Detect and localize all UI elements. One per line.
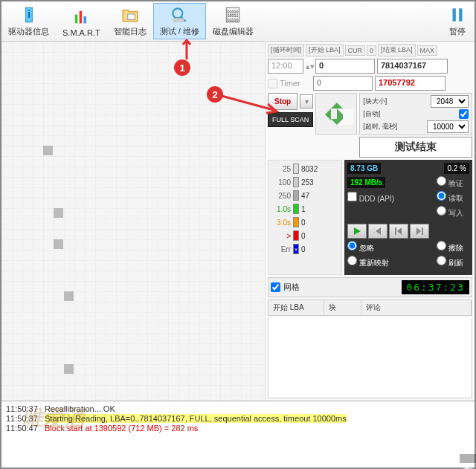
binary-icon: 010101001101010 [222, 5, 243, 25]
play-button[interactable] [347, 224, 367, 239]
tb-label: 智能日志 [114, 26, 147, 37]
tb-label: 暂停 [449, 26, 466, 37]
legend-row: 3.0s0 [271, 217, 338, 227]
test-icon [169, 5, 190, 25]
block-size-select[interactable]: 2048 [431, 95, 469, 108]
arrow-left[interactable] [319, 109, 331, 120]
side-watermark: 新良众测 [460, 454, 476, 463]
timer-checkbox[interactable] [268, 79, 277, 88]
grid-checkbox[interactable] [271, 282, 280, 292]
tb-test-repair[interactable]: 测试 / 维修 [153, 3, 206, 39]
max-label[interactable]: MAX [417, 45, 438, 56]
start-lba-label: [开始 LBA] [306, 44, 344, 56]
table-body [268, 318, 472, 398]
auto-checkbox[interactable] [459, 109, 469, 119]
svg-rect-16 [422, 227, 423, 235]
elapsed-time: 06:37:23 [402, 280, 469, 294]
timeout-select[interactable]: 10000 [427, 120, 469, 133]
test-result: 测试结束 [359, 137, 472, 158]
step-back-button[interactable] [389, 224, 408, 239]
log-line: 11:50:47 Block start at 1390592 (712 MB)… [6, 424, 470, 433]
col-block[interactable]: 块 [324, 300, 361, 315]
arrow-right[interactable] [337, 109, 353, 125]
grid-label: 网格 [283, 282, 300, 293]
info-icon: i [19, 5, 39, 25]
erase-radio[interactable]: 擦除 [437, 241, 463, 253]
svg-rect-15 [395, 227, 396, 235]
start-lba-field[interactable]: 0 [315, 59, 375, 74]
tb-smart[interactable]: S.M.A.R.T [56, 3, 107, 39]
time-field[interactable]: 12:00 [268, 59, 303, 74]
stop-button[interactable]: Stop [268, 93, 298, 110]
ignore-radio[interactable]: 忽略 [347, 241, 374, 253]
pause-icon [447, 5, 468, 25]
tb-label: 磁盘编辑器 [213, 26, 254, 37]
end-lba-label: [结束 LBA] [378, 44, 416, 56]
full-scan-button[interactable]: FULL SCAN [268, 112, 313, 127]
log-line: 11:50:37 Recallibration... OK [6, 404, 470, 413]
step-fwd-button[interactable] [410, 224, 429, 239]
svg-text:i: i [27, 7, 30, 20]
ddd-check[interactable]: DDD (API) [347, 192, 394, 203]
timer-label: Timer [280, 79, 311, 88]
content: [循环时间] [开始 LBA] CUR 0 [结束 LBA] MAX 12:00… [1, 42, 475, 401]
scan-grid [1, 42, 266, 401]
tb-drive-info[interactable]: i 驱动器信息 [1, 3, 56, 39]
tb-smart-log[interactable]: 智能日志 [107, 3, 153, 39]
block [43, 146, 53, 155]
block-opts: [块大小]2048 [自动] [超时, 毫秒]10000 [359, 93, 472, 135]
nav-arrows [315, 93, 357, 135]
svg-rect-5 [127, 14, 135, 20]
svg-rect-13 [453, 8, 456, 21]
svg-rect-4 [84, 16, 87, 23]
block [64, 291, 74, 301]
cur-val: 0 [367, 45, 376, 56]
svg-rect-8 [173, 18, 184, 22]
current-lba-field: 17057792 [375, 76, 446, 91]
refresh-radio[interactable]: 刷新 [437, 256, 463, 268]
pct-stat: 0.2 [447, 164, 457, 172]
auto-label: [自动] [363, 109, 380, 119]
svg-rect-2 [75, 14, 78, 23]
tb-disk-editor[interactable]: 010101001101010 磁盘编辑器 [206, 3, 260, 39]
smart-icon [71, 6, 91, 27]
tb-pause[interactable]: 暂停 [440, 3, 475, 39]
dropdown-button[interactable]: ▾ [300, 94, 313, 109]
time-spinner[interactable]: ▴▾ [306, 62, 313, 71]
speed-stat: 192 MB/s [347, 177, 385, 188]
folder-icon [120, 5, 141, 25]
toolbar-spacer [260, 3, 440, 39]
legend-row: Errx0 [271, 244, 338, 254]
right-panel: [循环时间] [开始 LBA] CUR 0 [结束 LBA] MAX 12:00… [266, 42, 475, 401]
prev-button[interactable] [368, 224, 387, 239]
end-lba-field[interactable]: 7814037167 [377, 59, 448, 74]
stats-panel: 8.73 GB 0.2 % 192 MB/s 验证 DDD (API) 读取 写… [344, 160, 472, 275]
legend: 258032100253250471.0s13.0s0>0Errx0 [268, 160, 342, 275]
grid-row: 网格 06:37:23 [268, 277, 472, 297]
write-radio[interactable]: 写入 [437, 206, 463, 219]
cur-label[interactable]: CUR [345, 45, 366, 56]
legend-row: 100253 [271, 177, 338, 187]
arrow-up[interactable] [331, 97, 343, 109]
col-comment[interactable]: 评论 [361, 300, 472, 315]
timeout-label: [超时, 毫秒] [363, 122, 397, 132]
log-line: 11:50:37 Starting Reading, LBA=0..781403… [6, 414, 470, 423]
legend-row: 258032 [271, 164, 338, 174]
tb-label: 测试 / 维修 [160, 26, 199, 37]
block [64, 364, 74, 374]
legend-row: 1.0s1 [271, 204, 338, 214]
tb-label: S.M.A.R.T [62, 28, 100, 37]
timer-start-field: 0 [313, 76, 373, 91]
col-start-lba[interactable]: 开始 LBA [268, 300, 324, 315]
toolbar: i 驱动器信息 S.M.A.R.T 智能日志 测试 / 维修 010101001… [1, 1, 475, 42]
table-header: 开始 LBA 块 评论 [268, 300, 472, 316]
legend-row: 25047 [271, 190, 338, 201]
svg-rect-14 [459, 8, 462, 21]
svg-rect-3 [80, 11, 83, 23]
read-radio[interactable]: 读取 [437, 191, 463, 204]
svg-text:01010: 01010 [228, 18, 239, 22]
remap-radio[interactable]: 重新映射 [347, 256, 389, 268]
tb-label: 驱动器信息 [8, 26, 49, 37]
verify-radio[interactable]: 验证 [437, 179, 463, 187]
block [54, 239, 63, 249]
